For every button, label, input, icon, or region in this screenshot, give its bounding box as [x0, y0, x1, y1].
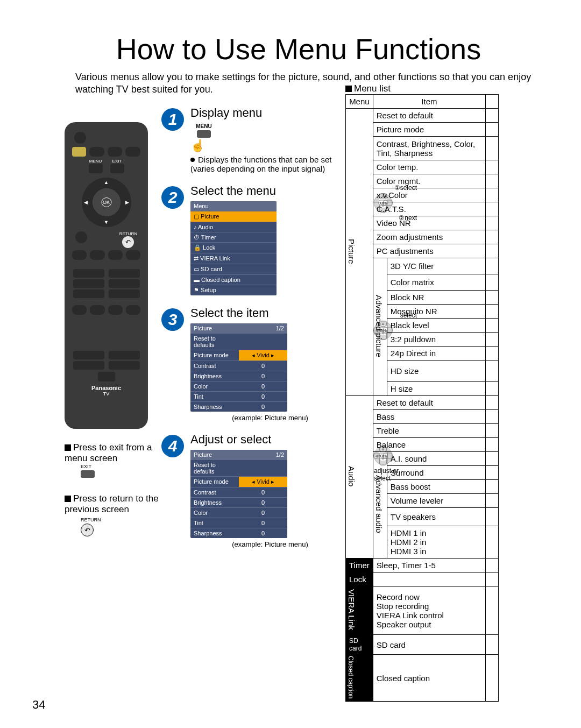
- remote-type: TV: [70, 391, 143, 397]
- remote-exit-label: EXIT: [112, 159, 122, 164]
- return-icon: ↶: [122, 236, 134, 248]
- remote-menu-label: MENU: [89, 159, 102, 164]
- step-2-title: Select the menu: [190, 184, 350, 198]
- adv-audio-label: Advanced audio: [374, 475, 384, 533]
- osd-picture-menu-2: Picture1/2 Reset to defaults Picture mod…: [190, 450, 287, 538]
- menu-cc-label: Closed caption: [347, 656, 355, 698]
- step-2: 2 Select the menu Menu ▢ Picture ♪ Audio…: [161, 184, 350, 295]
- step-4: 4 Adjust or select Picture1/2 Reset to d…: [161, 433, 350, 548]
- step-1-title: Display menu: [190, 106, 350, 120]
- remote-dpad: OK ▲▼ ◀▶: [82, 178, 131, 227]
- step-4-title: Adjust or select: [190, 433, 350, 447]
- menu-audio-label: Audio: [347, 466, 356, 486]
- step-1: 1 Display menu MENU ☝ Displays the funct…: [161, 106, 350, 173]
- adv-picture-label: Advanced picture: [374, 295, 384, 357]
- menu-sdcard-label: SD card: [346, 635, 373, 655]
- menu-picture-label: Picture: [347, 239, 356, 264]
- page-title: How to Use Menu Functions: [43, 32, 554, 66]
- exit-instruction: Press to exit from a menu screen EXIT: [65, 442, 167, 478]
- osd-picture-menu-1: Picture1/2 Reset to defaults Picture mod…: [190, 323, 287, 412]
- page-number: 34: [32, 698, 45, 712]
- menu-viera-label: VIERA Link: [347, 589, 356, 630]
- menu-list-title: Menu list: [354, 83, 391, 94]
- hand-icon: ☝: [190, 139, 217, 153]
- remote-graphic: MENU EXIT OK ▲▼ ◀▶ RETURN↶: [65, 122, 148, 429]
- return-instruction: Press to return to the previous screen R…: [65, 493, 167, 536]
- osd-main-menu: Menu ▢ Picture ♪ Audio ⏱ Timer 🔒 Lock ⇄ …: [190, 201, 277, 295]
- menu-lock-label: Lock: [346, 572, 373, 586]
- steps-column: 1 Display menu MENU ☝ Displays the funct…: [161, 106, 350, 559]
- remote-ok-label: OK: [101, 197, 111, 207]
- menu-list-table: Menu Item Picture Reset to default Pictu…: [345, 94, 499, 702]
- step-3: 3 Select the item Picture1/2 Reset to de…: [161, 306, 350, 422]
- menu-timer-label: Timer: [346, 559, 373, 572]
- remote-brand: Panasonic: [70, 385, 143, 391]
- step-3-title: Select the item: [190, 306, 350, 320]
